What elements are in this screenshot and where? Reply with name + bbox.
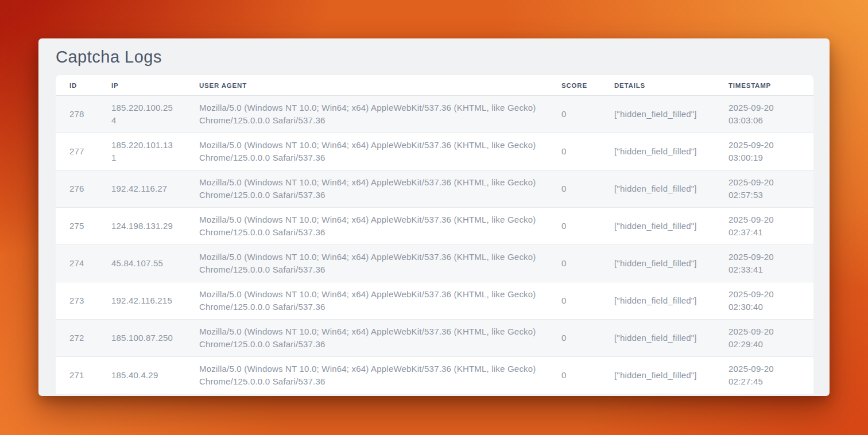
column-header-score: SCORE: [548, 75, 600, 96]
cell-id: 277: [56, 133, 98, 170]
cell-id: 273: [56, 282, 98, 320]
cell-score: 0: [548, 170, 600, 208]
cell-score: 0: [548, 245, 600, 282]
cell-score: 0: [548, 282, 600, 320]
page-title: Captcha Logs: [38, 38, 830, 75]
cell-ip: 185.220.101.131: [98, 133, 185, 170]
cell-id: 278: [56, 96, 98, 133]
cell-user-agent: Mozilla/5.0 (Windows NT 10.0; Win64; x64…: [185, 245, 548, 282]
cell-details: ["hidden_field_filled"]: [600, 170, 715, 208]
cell-user-agent: Mozilla/5.0 (Windows NT 10.0; Win64; x64…: [185, 357, 548, 394]
cell-id: 275: [56, 208, 98, 245]
cell-user-agent: Mozilla/5.0 (Windows NT 10.0; Win64; x64…: [185, 133, 548, 170]
column-header-user-agent: USER AGENT: [185, 75, 548, 96]
cell-ip: 192.42.116.215: [98, 282, 185, 320]
cell-ip: 45.84.107.55: [98, 245, 185, 282]
cell-timestamp: 2025-09-20 03:03:06: [715, 96, 813, 133]
table-row: 278 185.220.100.254 Mozilla/5.0 (Windows…: [56, 96, 813, 133]
table-row: 273 192.42.116.215 Mozilla/5.0 (Windows …: [56, 282, 813, 320]
captcha-logs-card: Captcha Logs ID IP USER AGENT SCORE DETA…: [38, 38, 830, 396]
cell-ip: 185.220.100.254: [98, 96, 185, 133]
cell-score: 0: [548, 208, 600, 245]
cell-timestamp: 2025-09-20 02:27:45: [715, 357, 813, 394]
cell-score: 0: [548, 320, 600, 357]
cell-details: ["hidden_field_filled"]: [600, 282, 715, 320]
cell-user-agent: Mozilla/5.0 (Windows NT 10.0; Win64; x64…: [185, 320, 548, 357]
cell-user-agent: Mozilla/5.0 (Windows NT 10.0; Win64; x64…: [185, 208, 548, 245]
cell-ip: 185.40.4.29: [98, 357, 185, 394]
table-row: 275 124.198.131.29 Mozilla/5.0 (Windows …: [56, 208, 813, 245]
table-row: 271 185.40.4.29 Mozilla/5.0 (Windows NT …: [56, 357, 813, 394]
column-header-id: ID: [56, 75, 98, 96]
cell-details: ["hidden_field_filled"]: [600, 357, 715, 394]
table-row: 272 185.100.87.250 Mozilla/5.0 (Windows …: [56, 320, 813, 357]
cell-id: 276: [56, 170, 98, 208]
column-header-ip: IP: [98, 75, 185, 96]
cell-user-agent: Mozilla/5.0 (Windows NT 10.0; Win64; x64…: [185, 282, 548, 320]
cell-timestamp: 2025-09-20 02:57:53: [715, 170, 813, 208]
cell-id: 271: [56, 357, 98, 394]
cell-timestamp: 2025-09-20 03:00:19: [715, 133, 813, 170]
cell-timestamp: 2025-09-20 02:33:41: [715, 245, 813, 282]
cell-ip: 192.42.116.27: [98, 170, 185, 208]
cell-timestamp: 2025-09-20 02:29:40: [715, 320, 813, 357]
table-row: 274 45.84.107.55 Mozilla/5.0 (Windows NT…: [56, 245, 813, 282]
cell-user-agent: Mozilla/5.0 (Windows NT 10.0; Win64; x64…: [185, 96, 548, 133]
captcha-logs-table: ID IP USER AGENT SCORE DETAILS TIMESTAMP…: [56, 75, 813, 394]
column-header-timestamp: TIMESTAMP: [715, 75, 813, 96]
cell-details: ["hidden_field_filled"]: [600, 208, 715, 245]
cell-timestamp: 2025-09-20 02:30:40: [715, 282, 813, 320]
table-header-row: ID IP USER AGENT SCORE DETAILS TIMESTAMP: [56, 75, 813, 96]
logs-table-panel: ID IP USER AGENT SCORE DETAILS TIMESTAMP…: [56, 75, 813, 394]
column-header-details: DETAILS: [600, 75, 715, 96]
cell-details: ["hidden_field_filled"]: [600, 320, 715, 357]
cell-details: ["hidden_field_filled"]: [600, 245, 715, 282]
cell-details: ["hidden_field_filled"]: [600, 96, 715, 133]
cell-score: 0: [548, 357, 600, 394]
cell-details: ["hidden_field_filled"]: [600, 133, 715, 170]
cell-id: 274: [56, 245, 98, 282]
cell-id: 272: [56, 320, 98, 357]
table-row: 277 185.220.101.131 Mozilla/5.0 (Windows…: [56, 133, 813, 170]
cell-user-agent: Mozilla/5.0 (Windows NT 10.0; Win64; x64…: [185, 170, 548, 208]
cell-ip: 124.198.131.29: [98, 208, 185, 245]
cell-timestamp: 2025-09-20 02:37:41: [715, 208, 813, 245]
table-row: 276 192.42.116.27 Mozilla/5.0 (Windows N…: [56, 170, 813, 208]
cell-score: 0: [548, 96, 600, 133]
cell-score: 0: [548, 133, 600, 170]
cell-ip: 185.100.87.250: [98, 320, 185, 357]
